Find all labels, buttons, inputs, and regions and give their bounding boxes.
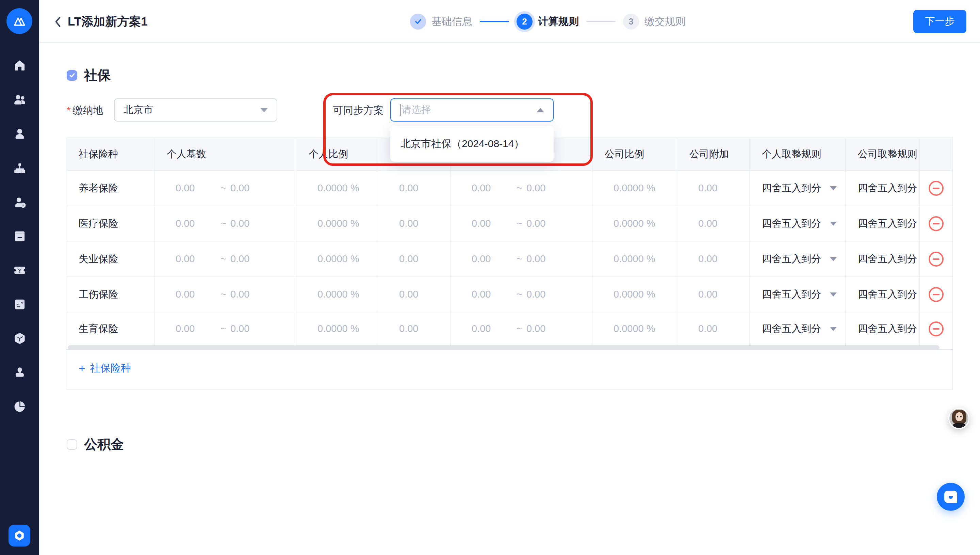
personal-rate-input[interactable]: 0.0000 % bbox=[296, 206, 378, 241]
assistant-avatar[interactable] bbox=[948, 408, 969, 429]
company-rate-input[interactable]: 0.0000 % bbox=[592, 241, 677, 277]
person-add-icon bbox=[13, 196, 27, 209]
settings-nut-button[interactable] bbox=[8, 525, 30, 547]
personal-rate-input[interactable]: 0.0000 % bbox=[296, 277, 378, 312]
insurance-type-cell: 失业保险 bbox=[66, 241, 155, 277]
personal-rate-input[interactable]: 0.0000 % bbox=[296, 171, 378, 206]
step-label: 基础信息 bbox=[432, 14, 472, 29]
company-extra-input[interactable]: 0.00 bbox=[677, 312, 750, 345]
scrollbar-thumb[interactable] bbox=[68, 345, 940, 350]
required-mark: * bbox=[67, 104, 71, 116]
remove-row-icon[interactable] bbox=[929, 321, 943, 337]
personal-rounding-select[interactable]: 四舍五入到分 bbox=[750, 312, 846, 345]
company-base-input[interactable]: 0.00~0.00 bbox=[451, 241, 592, 277]
sync-plan-dropdown: 北京市社保（2024-08-14） bbox=[390, 126, 554, 162]
next-step-button[interactable]: 下一步 bbox=[913, 10, 966, 33]
personal-extra-input[interactable]: 0.00 bbox=[378, 277, 451, 312]
step-label: 缴交规则 bbox=[644, 14, 685, 29]
col-header: 个人取整规则 bbox=[750, 138, 846, 171]
remove-row-icon[interactable] bbox=[929, 287, 943, 302]
company-rounding-select[interactable]: 四舍五入到分 bbox=[846, 241, 920, 277]
personal-extra-input[interactable]: 0.00 bbox=[378, 241, 451, 277]
company-rate-input[interactable]: 0.0000 % bbox=[592, 312, 677, 345]
col-header bbox=[920, 138, 953, 171]
personal-rounding-select[interactable]: 四舍五入到分 bbox=[750, 171, 846, 206]
remove-row-icon[interactable] bbox=[929, 216, 943, 231]
sidebar-item-person-add[interactable] bbox=[0, 190, 39, 215]
personal-rate-input[interactable]: 0.0000 % bbox=[296, 312, 378, 345]
sidebar-item-stamp[interactable] bbox=[0, 360, 39, 385]
personal-extra-input[interactable]: 0.00 bbox=[378, 171, 451, 206]
sidebar-item-calendar[interactable] bbox=[0, 224, 39, 248]
sidebar-item-home[interactable] bbox=[0, 53, 39, 78]
insurance-type-cell: 养老保险 bbox=[66, 171, 155, 206]
avatar-body bbox=[953, 423, 966, 429]
company-base-input[interactable]: 0.00~0.00 bbox=[451, 277, 592, 312]
add-insurance-type-button[interactable]: + 社保险种 bbox=[66, 350, 953, 387]
back-button[interactable] bbox=[53, 14, 67, 29]
personal-base-input[interactable]: 0.00~0.00 bbox=[155, 241, 296, 277]
social-insurance-checkbox[interactable] bbox=[67, 70, 77, 81]
chevron-down-icon bbox=[830, 292, 837, 297]
company-rounding-select[interactable]: 四舍五入到分 bbox=[846, 312, 920, 345]
plus-icon: + bbox=[78, 362, 85, 375]
chevron-down-icon bbox=[830, 222, 837, 226]
company-rate-input[interactable]: 0.0000 % bbox=[592, 277, 677, 312]
avatar-eye bbox=[960, 416, 962, 417]
remove-row-icon[interactable] bbox=[929, 252, 943, 266]
nut-settings-icon bbox=[13, 529, 26, 542]
company-rate-input[interactable]: 0.0000 % bbox=[592, 171, 677, 206]
social-insurance-section-header: 社保 bbox=[67, 66, 110, 85]
personal-rounding-select[interactable]: 四舍五入到分 bbox=[750, 277, 846, 312]
sidebar-item-salary[interactable] bbox=[0, 258, 39, 282]
company-base-input[interactable]: 0.00~0.00 bbox=[451, 312, 592, 345]
sidebar-item-person[interactable] bbox=[0, 122, 39, 146]
company-extra-input[interactable]: 0.00 bbox=[677, 241, 750, 277]
sidebar-item-package[interactable] bbox=[0, 326, 39, 351]
avatar-eye bbox=[957, 416, 958, 417]
step-payment-rules[interactable]: 3 缴交规则 bbox=[623, 14, 685, 30]
sync-plan-label: 可同步方案 bbox=[333, 104, 384, 116]
sidebar-item-pie-chart[interactable] bbox=[0, 394, 39, 419]
company-rounding-select[interactable]: 四舍五入到分 bbox=[846, 277, 920, 312]
report-chart-icon bbox=[13, 298, 27, 311]
company-extra-input[interactable]: 0.00 bbox=[677, 206, 750, 241]
company-rate-input[interactable]: 0.0000 % bbox=[592, 206, 677, 241]
sidebar-item-team[interactable] bbox=[0, 88, 39, 112]
company-extra-input[interactable]: 0.00 bbox=[677, 171, 750, 206]
company-rounding-select[interactable]: 四舍五入到分 bbox=[846, 206, 920, 241]
chevron-left-icon bbox=[53, 16, 62, 27]
personal-rate-input[interactable]: 0.0000 % bbox=[296, 241, 378, 277]
personal-base-input[interactable]: 0.00~0.00 bbox=[155, 277, 296, 312]
company-base-input[interactable]: 0.00~0.00 bbox=[451, 171, 592, 206]
step-calc-rules[interactable]: 2 计算规则 bbox=[516, 14, 579, 30]
personal-extra-input[interactable]: 0.00 bbox=[378, 206, 451, 241]
chat-fab-button[interactable] bbox=[937, 483, 965, 511]
app-logo-icon[interactable] bbox=[6, 8, 32, 34]
sidebar-item-report[interactable] bbox=[0, 292, 39, 317]
text-caret bbox=[400, 104, 401, 116]
personal-base-input[interactable]: 0.00~0.00 bbox=[155, 312, 296, 345]
package-icon bbox=[13, 332, 27, 345]
personal-base-input[interactable]: 0.00~0.00 bbox=[155, 171, 296, 206]
pay-location-select[interactable]: 北京市 bbox=[114, 98, 277, 122]
sidebar-item-org-chart[interactable] bbox=[0, 156, 39, 180]
chevron-down-icon bbox=[260, 108, 268, 112]
provident-fund-checkbox[interactable] bbox=[67, 439, 77, 450]
sync-plan-placeholder: 请选择 bbox=[401, 103, 431, 117]
personal-rounding-select[interactable]: 四舍五入到分 bbox=[750, 241, 846, 277]
step-basic-info[interactable]: 基础信息 bbox=[410, 14, 472, 30]
col-header: 公司附加 bbox=[677, 138, 750, 171]
sync-plan-select[interactable]: 请选择 bbox=[390, 98, 554, 122]
company-base-input[interactable]: 0.00~0.00 bbox=[451, 206, 592, 241]
sync-plan-option[interactable]: 北京市社保（2024-08-14） bbox=[390, 126, 554, 162]
company-extra-input[interactable]: 0.00 bbox=[677, 277, 750, 312]
personal-rounding-select[interactable]: 四舍五入到分 bbox=[750, 206, 846, 241]
company-rounding-select[interactable]: 四舍五入到分 bbox=[846, 171, 920, 206]
step-label: 计算规则 bbox=[538, 14, 579, 29]
personal-extra-input[interactable]: 0.00 bbox=[378, 312, 451, 345]
pay-location-value: 北京市 bbox=[123, 103, 153, 117]
remove-row-icon[interactable] bbox=[929, 181, 943, 196]
col-header: 个人基数 bbox=[155, 138, 296, 171]
personal-base-input[interactable]: 0.00~0.00 bbox=[155, 206, 296, 241]
